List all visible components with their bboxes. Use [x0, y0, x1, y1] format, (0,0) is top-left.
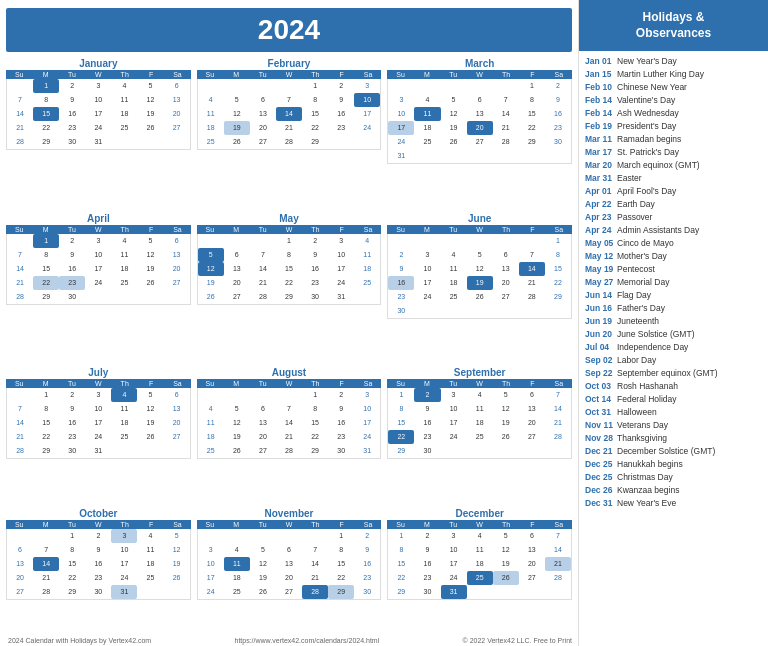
- day-cell: 14: [7, 416, 33, 430]
- day-header: Su: [197, 520, 223, 529]
- day-cell: 16: [59, 416, 85, 430]
- day-cell: 20: [467, 121, 493, 135]
- day-cell: 9: [328, 402, 354, 416]
- day-cell: 3: [85, 234, 111, 248]
- day-header: M: [223, 70, 249, 79]
- day-cell: 17: [354, 416, 380, 430]
- day-cell: 12: [198, 262, 224, 276]
- holiday-name: June Solstice (GMT): [617, 328, 694, 341]
- holiday-item: May 05Cinco de Mayo: [585, 237, 762, 250]
- day-cell: 7: [7, 93, 33, 107]
- day-cell: 4: [467, 388, 493, 402]
- holiday-name: Juneteenth: [617, 315, 659, 328]
- day-cell: 11: [111, 93, 137, 107]
- day-cell: 2: [414, 529, 440, 543]
- day-cell: 8: [276, 248, 302, 262]
- day-header: Th: [493, 379, 519, 388]
- holiday-date: Jun 16: [585, 302, 617, 315]
- day-cell: 21: [33, 571, 59, 585]
- day-header: Su: [197, 70, 223, 79]
- holiday-item: Apr 01April Fool's Day: [585, 185, 762, 198]
- day-cell: 3: [441, 388, 467, 402]
- day-cell: 21: [545, 557, 571, 571]
- day-cell: 23: [388, 290, 414, 304]
- holiday-item: Dec 21December Solstice (GMT): [585, 445, 762, 458]
- day-cell: 10: [414, 262, 440, 276]
- holiday-item: Feb 19President's Day: [585, 120, 762, 133]
- holiday-date: Nov 28: [585, 432, 617, 445]
- day-cell: 31: [111, 585, 137, 599]
- holiday-name: Pentecost: [617, 263, 655, 276]
- day-cell: 22: [33, 121, 59, 135]
- day-header: Sa: [355, 70, 381, 79]
- day-cell: 20: [250, 430, 276, 444]
- holiday-item: Jun 20June Solstice (GMT): [585, 328, 762, 341]
- day-header: M: [414, 70, 440, 79]
- day-cell: 27: [224, 290, 250, 304]
- day-cell: 21: [493, 121, 519, 135]
- day-cell: 17: [111, 557, 137, 571]
- holiday-name: Federal Holiday: [617, 393, 677, 406]
- day-cell: 6: [493, 248, 519, 262]
- day-cell: 11: [198, 416, 224, 430]
- day-cell: 14: [276, 107, 302, 121]
- day-cell: 10: [354, 402, 380, 416]
- day-cell: 4: [441, 248, 467, 262]
- day-header: M: [32, 225, 58, 234]
- footer: 2024 Calendar with Holidays by Vertex42.…: [0, 637, 580, 644]
- holiday-item: Apr 24Admin Assistants Day: [585, 224, 762, 237]
- day-cell: 28: [276, 444, 302, 458]
- day-cell: 19: [198, 276, 224, 290]
- day-cell: 21: [250, 276, 276, 290]
- month-february: FebruarySuMTuWThFSa123456789101112131415…: [197, 58, 382, 207]
- day-cell: 4: [198, 402, 224, 416]
- day-cell: 19: [137, 416, 163, 430]
- day-cell-empty: [276, 388, 302, 402]
- day-cell: 24: [85, 121, 111, 135]
- footer-center: https://www.vertex42.com/calendars/2024.…: [235, 637, 380, 644]
- day-cell: 16: [328, 416, 354, 430]
- holiday-date: Dec 21: [585, 445, 617, 458]
- day-cell-empty: [276, 79, 302, 93]
- holiday-item: Mar 20March equinox (GMT): [585, 159, 762, 172]
- day-cell: 14: [7, 262, 33, 276]
- day-cell: 3: [388, 93, 414, 107]
- day-cell: 7: [7, 248, 33, 262]
- holiday-name: Passover: [617, 211, 652, 224]
- holiday-item: Feb 10Chinese New Year: [585, 81, 762, 94]
- sidebar: Holidays &Observances Jan 01New Year's D…: [578, 0, 768, 646]
- day-header: Tu: [59, 225, 85, 234]
- day-cell: 21: [276, 121, 302, 135]
- month-name: December: [387, 508, 572, 519]
- day-cell: 8: [388, 402, 414, 416]
- day-cell: 17: [328, 262, 354, 276]
- day-cell: 4: [111, 388, 137, 402]
- day-header: Th: [112, 520, 138, 529]
- day-header: W: [276, 520, 302, 529]
- holiday-date: Jan 01: [585, 55, 617, 68]
- day-header: Tu: [249, 379, 275, 388]
- day-cell-empty: [388, 234, 414, 248]
- day-cell: 11: [354, 248, 380, 262]
- holiday-date: Dec 25: [585, 458, 617, 471]
- holiday-name: St. Patrick's Day: [617, 146, 679, 159]
- day-cell: 15: [545, 262, 571, 276]
- day-cell: 2: [59, 79, 85, 93]
- day-header: Su: [387, 225, 413, 234]
- day-cell: 22: [388, 571, 414, 585]
- day-cell: 20: [276, 571, 302, 585]
- day-cell: 14: [302, 557, 328, 571]
- day-cell: 27: [467, 135, 493, 149]
- day-cell: 25: [441, 290, 467, 304]
- holiday-date: Oct 14: [585, 393, 617, 406]
- day-cell: 22: [388, 430, 414, 444]
- day-cell: 3: [354, 388, 380, 402]
- day-cell: 13: [250, 416, 276, 430]
- day-cell: 15: [388, 416, 414, 430]
- day-cell: 5: [164, 529, 190, 543]
- day-header: Th: [493, 225, 519, 234]
- holiday-item: May 12Mother's Day: [585, 250, 762, 263]
- day-cell: 30: [59, 444, 85, 458]
- day-cell: 3: [354, 79, 380, 93]
- day-cell: 7: [276, 93, 302, 107]
